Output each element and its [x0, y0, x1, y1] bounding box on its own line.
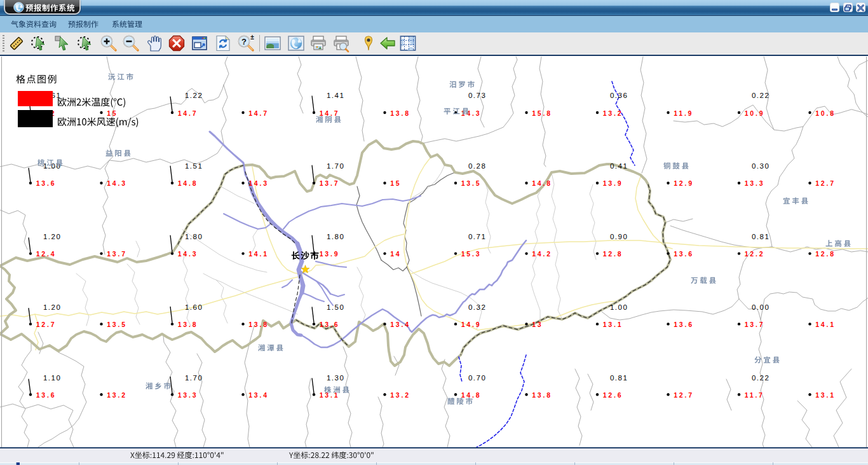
- svg-text:1.22: 1.22: [185, 92, 203, 99]
- svg-text:13.6: 13.6: [36, 179, 57, 187]
- svg-text:1.30: 1.30: [327, 374, 344, 382]
- svg-text:12.6: 12.6: [603, 391, 623, 399]
- svg-text:12.8: 12.8: [603, 250, 623, 258]
- svg-text:13.8: 13.8: [178, 321, 198, 328]
- svg-text:13.7: 13.7: [320, 179, 340, 187]
- svg-text:0.73: 0.73: [468, 92, 486, 99]
- svg-text:14.1: 14.1: [248, 250, 269, 258]
- svg-text:?: ?: [241, 37, 247, 46]
- svg-text:1.70: 1.70: [327, 162, 344, 170]
- svg-text:14.7: 14.7: [178, 109, 198, 117]
- svg-text:13.3: 13.3: [178, 391, 198, 399]
- svg-text:12.2: 12.2: [745, 250, 765, 258]
- svg-text:12.9: 12.9: [674, 179, 694, 187]
- svg-text:10.8: 10.8: [815, 109, 836, 117]
- svg-text:0.71: 0.71: [468, 233, 486, 240]
- svg-text:13.7: 13.7: [745, 321, 765, 328]
- svg-text:13.6: 13.6: [674, 250, 694, 258]
- svg-text:12.7: 12.7: [36, 321, 57, 328]
- svg-text:15.3: 15.3: [461, 250, 482, 258]
- svg-text:0.41: 0.41: [610, 162, 628, 170]
- svg-text:13.8: 13.8: [532, 391, 552, 399]
- svg-text:13.1: 13.1: [320, 391, 340, 399]
- svg-text:1.41: 1.41: [327, 92, 344, 99]
- svg-text:13: 13: [532, 321, 543, 328]
- svg-text:13.9: 13.9: [603, 179, 623, 187]
- svg-text:13.9: 13.9: [320, 250, 340, 258]
- svg-text:13.4: 13.4: [390, 321, 410, 328]
- svg-text:14.3: 14.3: [178, 250, 198, 258]
- svg-text:0.32: 0.32: [468, 303, 486, 311]
- svg-text:0.81: 0.81: [752, 233, 770, 240]
- svg-text:13.2: 13.2: [603, 109, 623, 117]
- svg-text:13.5: 13.5: [107, 321, 127, 328]
- svg-text:14.9: 14.9: [461, 321, 482, 328]
- svg-text:13.8: 13.8: [248, 321, 269, 328]
- svg-text:13.2: 13.2: [390, 391, 410, 399]
- svg-text:13.5: 13.5: [461, 179, 482, 187]
- svg-text:12.8: 12.8: [815, 250, 836, 258]
- svg-text:15: 15: [390, 179, 401, 187]
- svg-text:1.50: 1.50: [327, 303, 344, 311]
- svg-text:±: ±: [250, 34, 254, 41]
- svg-text:14.3: 14.3: [248, 179, 269, 187]
- svg-text:14.1: 14.1: [815, 321, 836, 328]
- svg-text:11.7: 11.7: [745, 391, 764, 399]
- svg-text:12.4: 12.4: [36, 250, 57, 258]
- svg-text:10.9: 10.9: [745, 109, 765, 117]
- svg-text:14: 14: [390, 250, 401, 258]
- svg-text:14.8: 14.8: [461, 391, 482, 399]
- svg-text:15.8: 15.8: [532, 109, 552, 117]
- svg-text:13.4: 13.4: [248, 391, 269, 399]
- svg-text:13.6: 13.6: [36, 391, 57, 399]
- svg-text:13.6: 13.6: [674, 321, 694, 328]
- svg-text:0.28: 0.28: [468, 162, 486, 170]
- svg-text:1.51: 1.51: [185, 162, 203, 170]
- svg-text:14.8: 14.8: [178, 179, 198, 187]
- svg-text:1.20: 1.20: [43, 303, 61, 311]
- svg-text:13.7: 13.7: [107, 250, 127, 258]
- svg-text:13.3: 13.3: [745, 179, 765, 187]
- svg-text:14.2: 14.2: [532, 250, 552, 258]
- svg-text:0.36: 0.36: [610, 92, 628, 99]
- svg-text:13.1: 13.1: [815, 391, 836, 399]
- svg-text:13.1: 13.1: [603, 321, 623, 328]
- svg-text:0.30: 0.30: [752, 162, 770, 170]
- svg-text:13.6: 13.6: [320, 321, 340, 328]
- svg-text:0.90: 0.90: [610, 233, 628, 240]
- svg-text:0.81: 0.81: [610, 374, 628, 382]
- svg-text:1.80: 1.80: [185, 233, 203, 240]
- svg-text:15: 15: [107, 109, 118, 117]
- svg-text:12.7: 12.7: [815, 179, 836, 187]
- svg-text:14.7: 14.7: [248, 109, 269, 117]
- svg-text:1.00: 1.00: [610, 303, 628, 311]
- svg-text:13.2: 13.2: [107, 391, 127, 399]
- svg-text:12.7: 12.7: [674, 391, 694, 399]
- svg-text:0.22: 0.22: [752, 374, 770, 382]
- svg-text:14.7: 14.7: [320, 109, 340, 117]
- svg-text:0.70: 0.70: [468, 374, 486, 382]
- svg-text:1.80: 1.80: [327, 233, 344, 240]
- svg-text:1.10: 1.10: [43, 374, 61, 382]
- svg-text:14.8: 14.8: [532, 179, 552, 187]
- svg-text:13.8: 13.8: [390, 109, 410, 117]
- svg-text:11.9: 11.9: [674, 109, 693, 117]
- svg-text:1.60: 1.60: [185, 303, 203, 311]
- svg-text:1.70: 1.70: [185, 374, 203, 382]
- svg-text:14.3: 14.3: [107, 179, 127, 187]
- svg-text:0.22: 0.22: [752, 92, 770, 99]
- svg-text:1.20: 1.20: [43, 233, 61, 240]
- svg-text:0.00: 0.00: [752, 303, 770, 311]
